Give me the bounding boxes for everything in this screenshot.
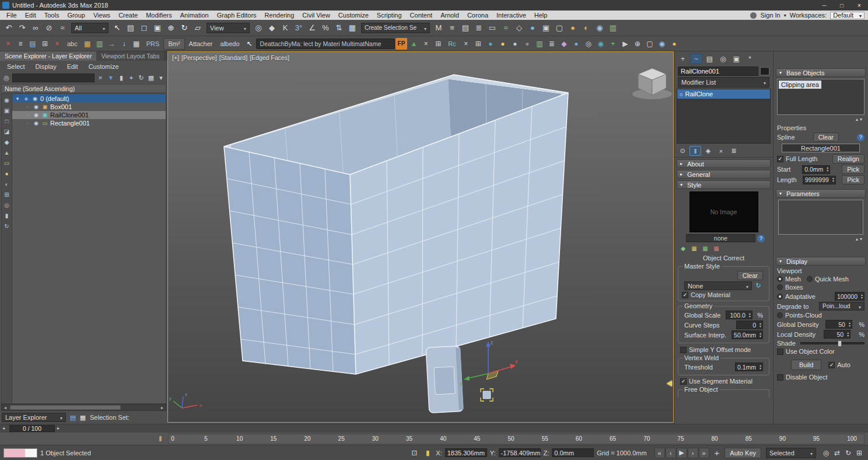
bulb-icon[interactable]: ● (497, 38, 509, 50)
angle-snap-toggle-icon[interactable]: ∠ (306, 22, 318, 34)
menu-tools[interactable]: Tools (40, 12, 64, 19)
explorer-type-dropdown[interactable]: Layer Explorer (2, 413, 66, 422)
visibility-icon[interactable] (32, 96, 38, 102)
realign-button[interactable]: Realign (832, 154, 864, 163)
full-length-checkbox[interactable]: Full Length (777, 155, 817, 162)
chart-tool-icon[interactable]: ▥ (94, 38, 106, 50)
explorer-find-icon[interactable]: ◉ (2, 95, 12, 104)
next-frame-arrow-icon[interactable] (55, 426, 62, 431)
visibility-icon[interactable] (33, 112, 40, 118)
start-pick-button[interactable]: Pick (842, 165, 864, 174)
remove-modifier-icon[interactable]: × (715, 146, 727, 156)
spinner-arrows-icon[interactable] (747, 312, 752, 318)
menu-scripting[interactable]: Scripting (373, 12, 406, 19)
palette-icon[interactable]: ▦ (82, 38, 93, 50)
maxscript-mini-listener[interactable] (4, 448, 37, 458)
red-tool-icon[interactable]: × (2, 38, 14, 50)
snaps-toggle-icon[interactable]: 3° (292, 22, 305, 34)
isolate-selection-icon[interactable]: ⊡ (409, 448, 419, 458)
simple-y-offset-checkbox[interactable]: Simple Y Offset mode (680, 346, 767, 353)
select-and-link-icon[interactable]: ∞ (29, 22, 42, 34)
show-key-times-icon[interactable]: ‖ (155, 434, 166, 444)
orbit-icon[interactable]: ↻ (843, 448, 853, 458)
explorer-select-all-icon[interactable]: ▣ (2, 106, 12, 115)
configure-modifier-sets-icon[interactable]: ≣ (728, 146, 740, 156)
explorer-display-shapes-icon[interactable]: ▭ (2, 158, 12, 168)
spinner-arrows-icon[interactable] (845, 332, 850, 337)
open-arnold-render-icon[interactable]: ◉ (593, 22, 606, 34)
adaptative-radio[interactable]: Adaptative (777, 293, 816, 300)
sign-in-button[interactable]: Sign In (760, 12, 780, 19)
menu-graph-editors[interactable]: Graph Editors (213, 12, 261, 19)
layer-row-default[interactable]: 0 (default) (12, 95, 166, 103)
select-and-scale-icon[interactable]: ▱ (191, 22, 204, 34)
explorer-display-helpers-icon[interactable]: ⊞ (2, 190, 12, 199)
select-and-move-icon[interactable]: ⊕ (164, 22, 177, 34)
style-error-icon[interactable]: ▦ (711, 243, 722, 253)
prs-controller-icon[interactable]: PRS (143, 38, 163, 50)
create-tab[interactable]: + (677, 54, 689, 64)
toggle-layer-explorer-icon[interactable]: ≣ (473, 22, 485, 34)
key-filter-dropdown[interactable]: Selected (766, 448, 816, 458)
grid-tool-icon[interactable]: ⊞ (39, 38, 51, 50)
auto-build-checkbox[interactable]: Auto (828, 361, 850, 368)
style-library-icon[interactable]: ▦ (689, 243, 699, 253)
menu-help[interactable]: Help (530, 12, 552, 19)
previous-frame-arrow-icon[interactable] (0, 426, 7, 431)
globe-icon[interactable]: ● (485, 38, 496, 50)
play-animation-icon[interactable]: ▶ (677, 448, 687, 458)
rollout-base-objects[interactable]: Base Objects (776, 68, 866, 77)
pan-icon[interactable]: ⇄ (832, 448, 842, 458)
surface-interp-spinner[interactable]: 50.0mm (732, 330, 763, 339)
minimize-button[interactable]: ─ (816, 0, 833, 11)
modifier-enabled-icon[interactable] (680, 90, 682, 97)
use-object-color-checkbox[interactable]: Use Object Color (777, 348, 835, 355)
rollout-general[interactable]: General (677, 170, 771, 179)
spinner-arrows-icon[interactable] (859, 294, 864, 299)
scrollbar-thumb[interactable] (10, 405, 121, 410)
selection-lock-icon[interactable]: ▮ (422, 448, 433, 458)
menu-arnold[interactable]: Arnold (436, 12, 463, 19)
length-pick-button[interactable]: Pick (842, 175, 864, 184)
detach-by-material-field[interactable]: DeattachByMa: lect by Materi MultimatNam… (256, 39, 395, 49)
stats-icon[interactable]: ▥ (534, 38, 545, 50)
utilities-tab[interactable]: * (744, 54, 756, 64)
rendered-frame-window-icon[interactable]: ▢ (553, 22, 566, 34)
railclone-icon[interactable]: Rc (444, 38, 459, 50)
show-end-result-icon[interactable]: ‖ (690, 146, 701, 156)
close1-icon[interactable]: × (420, 38, 432, 50)
explorer-display-lights-icon[interactable]: ● (2, 169, 12, 178)
sync-style-icon[interactable]: ↻ (754, 281, 763, 290)
clipping-panel-object[interactable] (426, 346, 464, 413)
boxes-radio[interactable]: Boxes (777, 284, 803, 291)
explorer-display-materials-icon[interactable]: ◎ (2, 200, 12, 210)
object-row-rectangle001[interactable]: Rectangle001 (12, 119, 166, 127)
lamp-tool-icon[interactable]: ● (668, 38, 680, 50)
add-plus-icon[interactable]: + (607, 38, 619, 50)
current-frame-display[interactable]: 0 / 100 (9, 425, 55, 432)
tab-viewport-layout[interactable]: Viewport Layout Tabs (96, 51, 164, 61)
render-setup-icon[interactable]: ▣ (540, 22, 552, 34)
slider-thumb[interactable] (838, 340, 842, 347)
rollout-about[interactable]: About (677, 159, 771, 168)
explorer-menu-edit[interactable]: Edit (62, 63, 83, 70)
layer-list-icon[interactable]: ▤ (68, 413, 78, 422)
viewcube[interactable] (632, 68, 672, 99)
spinner-arrows-icon[interactable] (831, 177, 835, 183)
transform-gizmo[interactable]: x y z (460, 340, 518, 386)
explorer-select-invert-icon[interactable]: ◪ (2, 127, 12, 136)
spinner-arrows-icon[interactable] (847, 322, 852, 327)
search-input[interactable] (12, 74, 94, 82)
curve-editor-icon[interactable]: ≈ (499, 22, 512, 34)
go-to-end-icon[interactable]: » (699, 448, 709, 458)
menu-animation[interactable]: Animation (176, 12, 213, 19)
window-crossing-toggle-icon[interactable]: ▣ (151, 22, 164, 34)
menu-corona[interactable]: Corona (463, 12, 492, 19)
column-config-icon[interactable]: ▦ (146, 73, 156, 82)
table2-icon[interactable]: ⊞ (473, 38, 484, 50)
local-density-spinner[interactable]: 50 (824, 330, 850, 339)
mesh-radio[interactable]: Mesh (777, 276, 801, 283)
viewport-style-menu[interactable]: [Standard] (219, 54, 247, 61)
adaptative-spinner[interactable]: 100000 (835, 292, 864, 301)
unlink-selection-icon[interactable]: ⊘ (43, 22, 55, 34)
